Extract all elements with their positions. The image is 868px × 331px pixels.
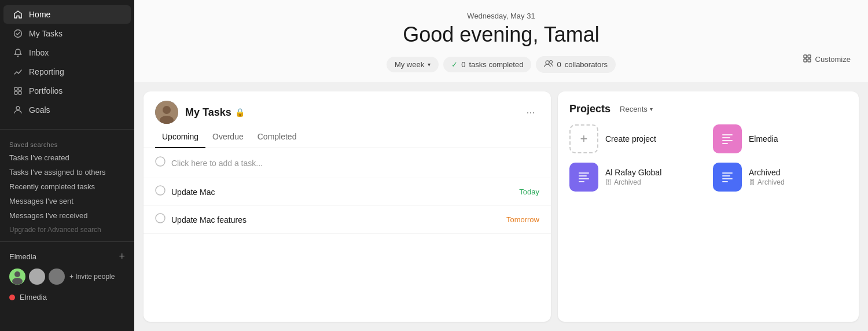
sidebar-item-goals-label: Goals bbox=[29, 105, 50, 115]
svg-point-6 bbox=[14, 271, 20, 277]
project-name-create: Create project bbox=[605, 134, 656, 144]
elmedia-dot-icon bbox=[9, 295, 15, 300]
project-item-elmedia[interactable]: Elmedia bbox=[713, 124, 847, 153]
add-task-placeholder: Click here to add a task... bbox=[171, 159, 263, 168]
sidebar-item-inbox-label: Inbox bbox=[29, 48, 49, 57]
collaborators-pill[interactable]: 0 collaborators bbox=[536, 56, 616, 73]
my-tasks-header: My Tasks 🔒 ··· bbox=[144, 91, 551, 124]
customize-icon bbox=[803, 54, 812, 65]
project-name-elmedia: Elmedia bbox=[749, 134, 778, 144]
projects-header: Projects Recents ▾ bbox=[558, 91, 859, 124]
svg-rect-10 bbox=[804, 55, 807, 58]
customize-button[interactable]: Customize bbox=[797, 51, 856, 68]
tasks-count: 0 bbox=[461, 60, 465, 69]
saved-search-recently-completed[interactable]: Recently completed tasks bbox=[0, 179, 134, 194]
svg-point-18 bbox=[156, 186, 165, 195]
saved-search-tasks-created[interactable]: Tasks I've created bbox=[0, 150, 134, 165]
add-task-row[interactable]: Click here to add a task... bbox=[144, 148, 551, 178]
sidebar-item-reporting-label: Reporting bbox=[29, 67, 64, 76]
project-icon-elmedia bbox=[713, 124, 742, 153]
checkmark-icon: ✓ bbox=[451, 60, 458, 69]
collaborators-label: collaborators bbox=[565, 60, 608, 69]
project-icon-archived bbox=[713, 163, 742, 192]
my-week-pill[interactable]: My week ▾ bbox=[387, 57, 439, 72]
circle-check-icon bbox=[13, 28, 23, 39]
tab-upcoming[interactable]: Upcoming bbox=[155, 128, 205, 148]
svg-point-15 bbox=[163, 106, 171, 114]
archive-icon-archived: 🗄 bbox=[749, 179, 755, 186]
svg-rect-4 bbox=[19, 91, 21, 94]
project-sub-alrafay: 🗄 Archived bbox=[605, 178, 661, 186]
tab-completed[interactable]: Completed bbox=[251, 128, 304, 148]
grid-icon bbox=[13, 86, 23, 96]
tasks-completed-pill[interactable]: ✓ 0 tasks completed bbox=[443, 57, 531, 72]
sidebar: Home My Tasks Inbox bbox=[0, 0, 134, 331]
project-info-create: Create project bbox=[605, 134, 656, 144]
project-item-create[interactable]: + Create project bbox=[569, 124, 704, 153]
header-greeting: Good evening, Tamal bbox=[134, 23, 868, 47]
project-info-elmedia: Elmedia bbox=[749, 134, 778, 144]
sidebar-item-inbox[interactable]: Inbox bbox=[3, 43, 131, 62]
elmedia-label: Elmedia bbox=[20, 293, 47, 301]
lock-icon: 🔒 bbox=[235, 108, 245, 117]
chart-icon bbox=[13, 67, 23, 77]
create-project-icon: + bbox=[569, 124, 598, 153]
sidebar-item-home[interactable]: Home bbox=[3, 5, 131, 24]
task-check-icon-2 bbox=[155, 213, 165, 226]
my-tasks-tabs: Upcoming Overdue Completed bbox=[144, 124, 551, 148]
project-sub-archived: 🗄 Archived bbox=[749, 178, 785, 186]
workspace-add-button[interactable]: + bbox=[119, 251, 125, 262]
task-name-2: Update Mac features bbox=[171, 215, 506, 225]
project-icon-alrafay bbox=[569, 163, 598, 192]
workspace-name: Elmedia bbox=[9, 252, 36, 261]
projects-grid: + Create project Elmedia bbox=[558, 124, 859, 203]
svg-point-19 bbox=[156, 214, 165, 223]
svg-rect-2 bbox=[19, 87, 21, 90]
saved-search-tasks-assigned[interactable]: Tasks I've assigned to others bbox=[0, 165, 134, 179]
sidebar-item-reporting[interactable]: Reporting bbox=[3, 62, 131, 81]
avatar-member-1 bbox=[29, 269, 45, 285]
more-options-button[interactable]: ··· bbox=[522, 104, 539, 121]
svg-rect-12 bbox=[804, 59, 807, 62]
sidebar-item-portfolios[interactable]: Portfolios bbox=[3, 82, 131, 100]
workspace-section: Elmedia + bbox=[0, 247, 134, 266]
task-date-today: Today bbox=[519, 187, 539, 196]
task-name: Update Mac bbox=[171, 187, 519, 197]
saved-search-messages-received[interactable]: Messages I've received bbox=[0, 208, 134, 223]
avatar-user bbox=[9, 269, 25, 285]
avatar-member-2 bbox=[49, 269, 65, 285]
content-area: My Tasks 🔒 ··· Upcoming Overdue Complete… bbox=[134, 82, 868, 331]
collaborators-count: 0 bbox=[557, 60, 561, 69]
tasks-label: tasks completed bbox=[469, 60, 523, 69]
chevron-down-icon-2: ▾ bbox=[650, 106, 653, 112]
svg-point-9 bbox=[550, 61, 553, 64]
project-item-archived[interactable]: Archived 🗄 Archived bbox=[713, 163, 847, 192]
task-row-update-mac[interactable]: Update Mac Today bbox=[144, 178, 551, 206]
customize-label: Customize bbox=[815, 55, 851, 64]
archive-icon-alrafay: 🗄 bbox=[605, 179, 612, 186]
header-date: Wednesday, May 31 bbox=[134, 12, 868, 20]
header: Wednesday, May 31 Good evening, Tamal My… bbox=[134, 0, 868, 82]
task-row-update-mac-features[interactable]: Update Mac features Tomorrow bbox=[144, 206, 551, 234]
recents-button[interactable]: Recents ▾ bbox=[615, 103, 657, 115]
task-check-icon bbox=[155, 185, 165, 198]
sidebar-item-mytasks[interactable]: My Tasks bbox=[3, 24, 131, 43]
sidebar-item-mytasks-label: My Tasks bbox=[29, 29, 62, 38]
header-stats: My week ▾ ✓ 0 tasks completed 0 bbox=[134, 56, 868, 73]
tab-overdue[interactable]: Overdue bbox=[205, 128, 251, 148]
svg-point-17 bbox=[156, 157, 165, 166]
project-info-archived: Archived 🗄 Archived bbox=[749, 168, 785, 186]
add-task-circle-icon bbox=[155, 156, 165, 170]
sidebar-item-home-label: Home bbox=[29, 10, 50, 19]
chevron-down-icon: ▾ bbox=[428, 61, 431, 68]
project-item-alrafay[interactable]: Al Rafay Global 🗄 Archived bbox=[569, 163, 704, 192]
project-info-alrafay: Al Rafay Global 🗄 Archived bbox=[605, 168, 661, 186]
saved-search-messages-sent[interactable]: Messages I've sent bbox=[0, 194, 134, 208]
invite-people-button[interactable]: + Invite people bbox=[69, 273, 115, 281]
project-name-alrafay: Al Rafay Global bbox=[605, 168, 661, 177]
sidebar-item-goals[interactable]: Goals bbox=[3, 101, 131, 119]
sidebar-divider-2 bbox=[0, 241, 134, 242]
svg-point-7 bbox=[12, 278, 23, 285]
svg-rect-13 bbox=[808, 59, 811, 62]
upgrade-advanced-search[interactable]: Upgrade for Advanced search bbox=[0, 223, 134, 237]
